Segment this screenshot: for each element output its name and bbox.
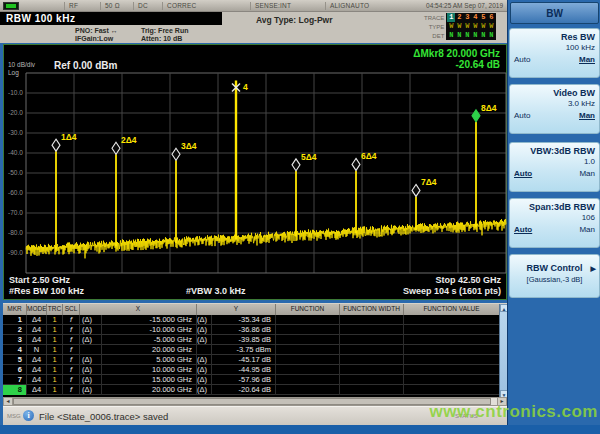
trace-digits: 123456 [446, 13, 496, 22]
scroll-left-icon[interactable]: ◄ [4, 398, 13, 405]
trace-char: 3 [463, 13, 471, 22]
det-label: DET [432, 33, 444, 39]
softkey-value: 106 [510, 212, 599, 222]
table-row[interactable]: 3Δ41f(Δ)-5.000 GHz(Δ)-39.85 dB [3, 335, 499, 345]
table-row[interactable]: 5Δ41f(Δ)5.000 GHz(Δ)-45.17 dB [3, 355, 499, 365]
submenu-arrow-icon: ▶ [591, 265, 596, 273]
rbw-banner: RBW 100 kHz [0, 12, 222, 25]
spectrum-plot: -10.0-20.0-30.0-40.0-50.0-60.0-70.0-80.0… [4, 45, 508, 301]
table-cell: 6 [3, 365, 27, 375]
table-header-cell: SCL [63, 304, 80, 315]
auto-toggle[interactable]: Auto [514, 55, 530, 64]
measurement-bar: RBW 100 kHz PNO: Fast ↔ IFGain:Low Trig:… [0, 12, 507, 43]
table-cell: 5.000 GHz [102, 355, 197, 365]
auto-toggle[interactable]: Auto [514, 111, 530, 120]
svg-text:4: 4 [243, 82, 248, 92]
stop-freq-label: Stop 42.50 GHz [435, 275, 501, 285]
softkey-menu-title: BW [510, 2, 599, 24]
table-cell [340, 335, 404, 345]
softkey-rbw-control[interactable]: RBW Control▶[Gaussian,-3 dB] [509, 254, 600, 298]
table-cell: f [63, 385, 80, 395]
svg-text:-50.0: -50.0 [8, 169, 23, 176]
table-cell [404, 325, 499, 335]
table-cell [197, 345, 212, 355]
table-cell: f [63, 315, 80, 325]
svg-text:5Δ4: 5Δ4 [301, 152, 317, 162]
table-cell: (Δ) [197, 355, 212, 365]
table-cell [404, 335, 499, 345]
softkey-res-bw[interactable]: Res BW100 kHzAutoMan [509, 28, 600, 78]
table-header-cell: MODE [27, 304, 47, 315]
table-cell: -45.17 dB [212, 355, 276, 365]
table-cell: 5 [3, 355, 27, 365]
table-row[interactable]: 1Δ41f(Δ)-15.000 GHz(Δ)-35.34 dB [3, 315, 499, 325]
table-cell: -10.000 GHz [102, 325, 197, 335]
man-toggle[interactable]: Man [579, 55, 595, 64]
auto-toggle[interactable]: Auto [514, 169, 532, 178]
svg-text:7Δ4: 7Δ4 [421, 177, 437, 187]
softkey-value: [Gaussian,-3 dB] [510, 273, 599, 284]
trace-char: W [447, 22, 455, 31]
man-toggle[interactable]: Man [579, 111, 595, 120]
softkey-video-bw[interactable]: Video BW3.0 kHzAutoMan [509, 84, 600, 134]
table-cell: Δ4 [27, 335, 47, 345]
table-cell [404, 375, 499, 385]
table-cell: f [63, 375, 80, 385]
trace-char: N [471, 31, 479, 40]
table-cell: N [27, 345, 47, 355]
table-cell [340, 365, 404, 375]
svg-text:2Δ4: 2Δ4 [121, 135, 137, 145]
table-header-cell: FUNCTION [276, 304, 340, 315]
table-cell: -35.34 dB [212, 315, 276, 325]
table-row[interactable]: 8Δ41f(Δ)20.000 GHz(Δ)-20.64 dB [3, 385, 499, 395]
table-cell: (Δ) [197, 325, 212, 335]
softkey-vbw-3db-rbw[interactable]: VBW:3dB RBW1.0AutoMan [509, 142, 600, 192]
table-row[interactable]: 7Δ41f(Δ)15.000 GHz(Δ)-57.96 dB [3, 375, 499, 385]
table-cell [276, 385, 340, 395]
table-cell [340, 315, 404, 325]
type-label: TYPE [429, 24, 445, 30]
delta-marker-freq-label: ΔMkr8 20.000 GHz [413, 48, 500, 59]
table-cell [404, 385, 499, 395]
res-bw-label: #Res BW 100 kHz [9, 286, 84, 296]
delta-marker-ampl-label: -20.64 dB [456, 59, 500, 70]
vertical-scrollbar[interactable]: ▲ ▼ [499, 304, 507, 398]
table-cell: 1 [3, 315, 27, 325]
scale-per-div-label: 10 dB/div [8, 61, 35, 68]
analyzer-screen: RF50 ΩDCCORRECSENSE:INTALIGNAUTO 04:54:2… [0, 0, 600, 434]
top-status-bar: RF50 ΩDCCORRECSENSE:INTALIGNAUTO 04:54:2… [0, 0, 507, 12]
softkey-title: Span:3dB RBW [510, 199, 599, 212]
svg-text:1Δ4: 1Δ4 [61, 132, 77, 142]
table-row[interactable]: 6Δ41f(Δ)10.000 GHz(Δ)-44.95 dB [3, 365, 499, 375]
man-toggle[interactable]: Man [579, 225, 595, 234]
table-header-cell: X [80, 304, 197, 315]
table-cell: 1 [47, 365, 63, 375]
auto-toggle[interactable]: Auto [514, 225, 532, 234]
trace-char: 4 [471, 13, 479, 22]
softkey-title: RBW Control▶ [510, 255, 599, 273]
table-row[interactable]: 2Δ41f(Δ)-10.000 GHz(Δ)-36.86 dB [3, 325, 499, 335]
scrollbar-thumb[interactable] [13, 398, 491, 405]
table-row[interactable]: 4N1f20.000 GHz-3.75 dBm [3, 345, 499, 355]
table-cell: 2 [3, 325, 27, 335]
man-toggle[interactable]: Man [579, 169, 595, 178]
table-cell: 7 [3, 375, 27, 385]
table-cell: 20.000 GHz [102, 345, 197, 355]
trace-char: N [487, 31, 495, 40]
table-cell [276, 345, 340, 355]
trace-char: W [471, 22, 479, 31]
table-cell [80, 345, 102, 355]
table-cell: Δ4 [27, 355, 47, 365]
table-cell: (Δ) [197, 335, 212, 345]
trace-char: W [463, 22, 471, 31]
table-cell: 3 [3, 335, 27, 345]
table-header-cell: MKR [3, 304, 27, 315]
softkey-span-3db-rbw[interactable]: Span:3dB RBW106AutoMan [509, 198, 600, 248]
softkey-title: VBW:3dB RBW [510, 143, 599, 156]
atten-label: Atten: 10 dB [141, 35, 182, 43]
table-cell: f [63, 355, 80, 365]
table-cell: -36.86 dB [212, 325, 276, 335]
trace-char: W [479, 22, 487, 31]
table-cell [276, 365, 340, 375]
table-header-cell: TRC [47, 304, 63, 315]
